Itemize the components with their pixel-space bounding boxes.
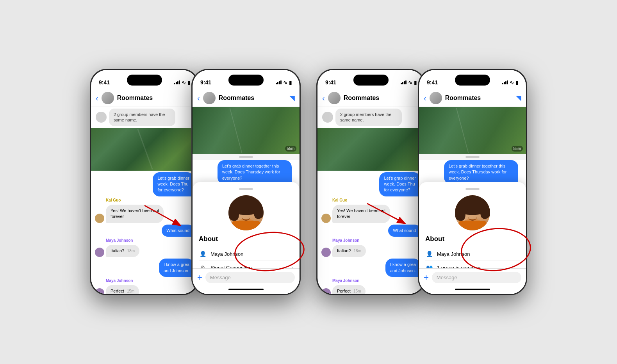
avatar bbox=[321, 288, 331, 294]
photo-message: 55m bbox=[419, 107, 526, 154]
sent-bubble: Let's grab dinner together this week. Do… bbox=[444, 160, 518, 184]
message-row: Italian? 18m bbox=[91, 245, 198, 257]
system-avatar bbox=[322, 112, 333, 123]
signal-bars-icon bbox=[174, 80, 180, 84]
system-message: 2 group members have the same name. bbox=[317, 107, 424, 128]
message-row: Yes! We haven't been outforever bbox=[317, 205, 424, 223]
message-row: Let's grab dinnerweek. Does Thufor every… bbox=[91, 172, 198, 196]
avatar bbox=[328, 92, 341, 104]
time: 9:41 bbox=[99, 79, 110, 86]
status-icons: ∿ ▮ bbox=[502, 80, 518, 86]
battery-icon: ▮ bbox=[187, 80, 190, 86]
dynamic-island bbox=[127, 75, 162, 86]
drag-handle[interactable] bbox=[465, 188, 480, 190]
right-back-phone: 9:41 ∿ ▮ ‹ Roommate bbox=[316, 69, 426, 295]
profile-avatar bbox=[455, 195, 490, 230]
chat-area: Let's grab dinnerweek. Does Thufor every… bbox=[91, 171, 198, 294]
sender-label: Kai Guo bbox=[317, 198, 424, 203]
sent-bubble: Let's grab dinner together this week. Do… bbox=[218, 160, 292, 184]
photo-time-badge: 55m bbox=[285, 146, 296, 152]
wifi-icon: ∿ bbox=[510, 80, 514, 86]
message-row: What sound bbox=[91, 225, 198, 237]
sent-bubble: I know a greaand Johnson. bbox=[385, 259, 421, 277]
signal-bars-icon bbox=[276, 80, 282, 84]
home-indicator bbox=[419, 286, 526, 293]
avatar bbox=[321, 214, 331, 223]
system-msg-text: 2 group members have the same name. bbox=[335, 109, 402, 126]
nav-title: Roommates bbox=[117, 95, 193, 102]
avatar bbox=[95, 288, 104, 294]
time: 9:41 bbox=[200, 79, 211, 86]
system-message: 2 group members have the same name. bbox=[91, 107, 198, 128]
contact-name: Maya Johnson bbox=[210, 251, 293, 257]
message-row: Italian? 18m bbox=[317, 245, 424, 257]
nav-header: ‹ Roommates ◥ bbox=[193, 89, 300, 107]
add-attachment-button[interactable]: + bbox=[197, 273, 202, 283]
nav-title: Roommates bbox=[344, 95, 420, 102]
home-bar bbox=[455, 289, 490, 290]
drag-handle[interactable] bbox=[239, 188, 253, 190]
battery-icon: ▮ bbox=[414, 80, 417, 86]
message-row: Perfect 15m bbox=[317, 285, 424, 294]
main-container: 9:41 ∿ ▮ ‹ Roommate bbox=[0, 0, 617, 364]
message-row: Let's grab dinner together this week. Do… bbox=[196, 160, 296, 184]
sender-label: Maya Johnson bbox=[91, 278, 198, 284]
profile-avatar bbox=[228, 195, 264, 230]
nav-header: ‹ Roommates bbox=[317, 89, 424, 107]
nav-header: ‹ Roommates bbox=[91, 89, 198, 107]
message-row: I know a greaand Johnson. bbox=[317, 259, 424, 277]
message-input[interactable]: Message bbox=[205, 272, 295, 283]
signal-bars-icon bbox=[401, 80, 407, 84]
sender-label: Maya Johnson bbox=[317, 238, 424, 243]
left-front-phone: 9:41 ∿ ▮ ‹ Roommate bbox=[191, 69, 301, 295]
received-bubble: Perfect 15m bbox=[106, 285, 139, 294]
avatar bbox=[430, 92, 442, 104]
status-icons: ∿ ▮ bbox=[174, 80, 190, 86]
message-row: What sound bbox=[317, 225, 424, 237]
system-avatar bbox=[96, 112, 107, 123]
message-row: Perfect 15m bbox=[91, 285, 198, 294]
photo-time-badge: 55m bbox=[512, 146, 523, 152]
time: 9:41 bbox=[427, 79, 438, 86]
dynamic-island bbox=[455, 75, 490, 86]
photo-message bbox=[91, 128, 198, 171]
video-call-icon[interactable]: ◥ bbox=[289, 94, 295, 102]
message-row: Let's grab dinner together this week. Do… bbox=[423, 160, 522, 184]
contact-name: Maya Johnson bbox=[437, 251, 520, 257]
avatar bbox=[321, 248, 331, 257]
about-title: About bbox=[199, 235, 293, 243]
sender-label: Maya Johnson bbox=[317, 278, 424, 284]
status-icons: ∿ ▮ bbox=[276, 80, 292, 86]
about-name-item: 👤 Maya Johnson bbox=[199, 247, 293, 261]
sent-bubble: I know a greaand Johnson. bbox=[159, 259, 194, 277]
nav-title: Roommates bbox=[219, 95, 286, 102]
back-button[interactable]: ‹ bbox=[96, 94, 98, 103]
back-button[interactable]: ‹ bbox=[197, 94, 200, 103]
wifi-icon: ∿ bbox=[408, 80, 412, 86]
back-button[interactable]: ‹ bbox=[322, 94, 325, 103]
nav-title: Roommates bbox=[445, 95, 513, 102]
hair-right bbox=[254, 199, 264, 219]
avatar bbox=[203, 92, 216, 104]
back-button[interactable]: ‹ bbox=[424, 94, 426, 103]
sent-bubble: What sound bbox=[162, 225, 194, 237]
right-phone-pair: 9:41 ∿ ▮ ‹ Roommate bbox=[316, 69, 527, 295]
photo-message: 55m bbox=[193, 107, 300, 154]
sender-label: Kai Guo bbox=[91, 198, 198, 203]
received-bubble: Yes! We haven't been outforever bbox=[106, 205, 164, 223]
time: 9:41 bbox=[325, 79, 336, 86]
add-attachment-button[interactable]: + bbox=[424, 273, 429, 283]
battery-icon: ▮ bbox=[289, 80, 292, 86]
status-icons: ∿ ▮ bbox=[401, 80, 417, 86]
received-bubble: Italian? 18m bbox=[106, 245, 139, 257]
video-call-icon[interactable]: ◥ bbox=[516, 94, 521, 102]
received-bubble: Italian? 18m bbox=[332, 245, 366, 257]
message-input[interactable]: Message bbox=[432, 272, 521, 283]
input-bar: + Message bbox=[419, 268, 526, 286]
sent-bubble: Let's grab dinnerweek. Does Thufor every… bbox=[153, 172, 194, 196]
home-indicator bbox=[193, 286, 300, 293]
sender-label: Maya Johnson bbox=[91, 238, 198, 243]
sent-bubble: What sound bbox=[388, 225, 421, 237]
wifi-icon: ∿ bbox=[182, 80, 186, 86]
battery-icon: ▮ bbox=[515, 80, 518, 86]
